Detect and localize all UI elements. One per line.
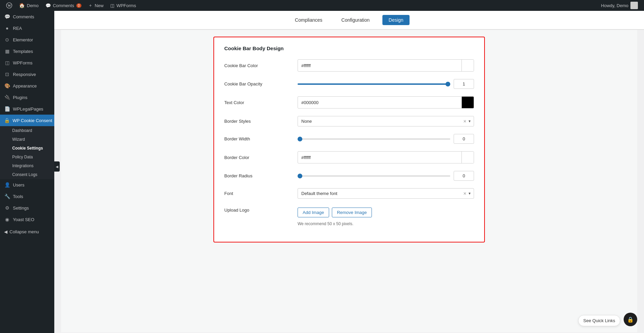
- plus-icon: ＋: [88, 2, 93, 8]
- comments-menu-icon: 💬: [4, 14, 10, 20]
- cookie-bar-opacity-row: Cookie Bar Opacity 1: [224, 79, 474, 89]
- tab-bar: Compliances Configuration Design: [54, 11, 644, 30]
- sidebar-item-rea[interactable]: ● REA: [0, 22, 54, 34]
- collapse-menu-btn[interactable]: ◀ Collapse menu: [0, 225, 54, 238]
- sidebar-label-templates: Templates: [13, 49, 33, 54]
- site-icon: 🏠: [19, 3, 25, 8]
- wplegal-icon: 📄: [4, 106, 10, 112]
- wpforms-adminbar-label: WPForms: [116, 3, 136, 8]
- new-btn[interactable]: ＋ New: [85, 0, 107, 11]
- border-width-row: Border Width 0: [224, 134, 474, 144]
- sidebar-item-settings[interactable]: ⚙ Settings: [0, 202, 54, 214]
- cookie-bar-body-panel: Cookie Bar Body Design Cookie Bar Color …: [213, 37, 485, 242]
- submenu-dashboard[interactable]: Dashboard: [0, 126, 54, 135]
- avatar-icon: [630, 2, 638, 9]
- site-name-btn[interactable]: 🏠 Demo: [16, 0, 42, 11]
- sidebar-toggle-icon: ◀: [56, 165, 58, 169]
- add-image-btn[interactable]: Add Image: [298, 208, 329, 217]
- quick-links-icon-btn[interactable]: 🔒: [624, 313, 637, 326]
- border-styles-row: Border Styles None Solid Dashed Dotted ✕…: [224, 116, 474, 126]
- cookie-bar-opacity-value: 1: [454, 79, 474, 89]
- font-control: Default theme font Arial Helvetica ✕ ▼: [298, 188, 474, 199]
- yoast-icon: ◉: [4, 216, 10, 222]
- responsive-icon: ⊡: [4, 71, 10, 77]
- tab-configuration[interactable]: Configuration: [335, 15, 376, 25]
- cookie-bar-color-input[interactable]: [298, 61, 461, 71]
- comments-btn[interactable]: 💬 Comments 0: [42, 0, 85, 11]
- tools-icon: 🔧: [4, 193, 10, 199]
- sidebar-item-wpcookie[interactable]: 🔒 WP Cookie Consent: [0, 115, 54, 126]
- cookie-bar-color-input-wrapper: [298, 59, 474, 72]
- remove-image-btn[interactable]: Remove Image: [332, 208, 372, 217]
- tab-design[interactable]: Design: [382, 15, 410, 25]
- cookie-bar-color-swatch[interactable]: [461, 60, 474, 71]
- font-clear-icon[interactable]: ✕: [463, 191, 467, 196]
- cookie-bar-color-row: Cookie Bar Color: [224, 59, 474, 72]
- sidebar-item-responsive[interactable]: ⊡ Responsive: [0, 68, 54, 80]
- font-select-wrapper: Default theme font Arial Helvetica ✕ ▼: [298, 188, 474, 199]
- svg-text:W: W: [8, 4, 11, 7]
- sidebar-item-templates[interactable]: ▦ Templates: [0, 45, 54, 57]
- text-color-input[interactable]: [298, 98, 461, 107]
- sidebar-item-appearance[interactable]: 🎨 Appearance: [0, 80, 54, 92]
- border-radius-value: 0: [454, 171, 474, 181]
- sidebar-item-elementor[interactable]: ⊙ Elementor: [0, 34, 54, 45]
- sidebar-label-rea: REA: [13, 26, 22, 31]
- submenu-policy-data[interactable]: Policy Data: [0, 153, 54, 161]
- border-color-swatch[interactable]: [461, 152, 474, 163]
- text-color-swatch[interactable]: [461, 97, 474, 108]
- sidebar-item-plugins[interactable]: 🔌 Plugins: [0, 92, 54, 103]
- border-styles-select[interactable]: None Solid Dashed Dotted: [298, 116, 474, 126]
- sidebar-item-comments[interactable]: 💬 Comments: [0, 11, 54, 22]
- quick-links-btn[interactable]: See Quick Links: [578, 315, 620, 326]
- font-select[interactable]: Default theme font Arial Helvetica: [298, 188, 474, 199]
- tab-compliances[interactable]: Compliances: [289, 15, 328, 25]
- upload-logo-label: Upload Logo: [224, 208, 292, 213]
- sidebar-toggle[interactable]: ◀: [54, 161, 60, 172]
- sidebar-label-elementor: Elementor: [13, 37, 33, 42]
- border-radius-slider[interactable]: [298, 175, 450, 177]
- sidebar-item-wplegal[interactable]: 📄 WPLegalPages: [0, 103, 54, 115]
- submenu-wizard[interactable]: Wizard: [0, 135, 54, 144]
- plugins-icon: 🔌: [4, 94, 10, 100]
- sidebar-label-appearance: Appearance: [13, 83, 37, 89]
- submenu-integrations[interactable]: Integrations: [0, 161, 54, 170]
- sidebar-item-users[interactable]: 👤 Users: [0, 179, 54, 191]
- upload-hint: We recommend 50 x 50 pixels.: [298, 221, 354, 226]
- collapse-arrow-icon: ◀: [4, 229, 7, 234]
- sidebar-item-wpforms[interactable]: ◫ WPForms: [0, 57, 54, 68]
- sidebar-label-wpforms: WPForms: [13, 60, 33, 65]
- comment-count-badge: 0: [76, 3, 82, 8]
- cookie-bar-opacity-slider-wrapper: 1: [298, 79, 474, 89]
- templates-icon: ▦: [4, 48, 10, 54]
- border-radius-slider-wrapper: 0: [298, 171, 474, 181]
- cookie-bar-color-label: Cookie Bar Color: [224, 63, 292, 68]
- tab-bar-wrapper: Compliances Configuration Design: [54, 11, 644, 30]
- sidebar-label-plugins: Plugins: [13, 95, 27, 100]
- sidebar-item-yoast[interactable]: ◉ Yoast SEO: [0, 214, 54, 225]
- sidebar-label-wpcookie: WP Cookie Consent: [13, 118, 52, 123]
- design-panel: Cookie Bar Body Design Cookie Bar Color …: [61, 30, 637, 332]
- border-radius-control: 0: [298, 171, 474, 181]
- cookie-bar-opacity-slider[interactable]: [298, 83, 450, 85]
- comments-icon: 💬: [45, 3, 51, 8]
- wp-logo-btn[interactable]: W: [3, 0, 16, 11]
- users-icon: 👤: [4, 182, 10, 188]
- border-color-input[interactable]: [298, 153, 461, 162]
- sidebar-item-tools[interactable]: 🔧 Tools: [0, 191, 54, 202]
- border-width-slider[interactable]: [298, 138, 450, 140]
- cookie-bar-opacity-label: Cookie Bar Opacity: [224, 81, 292, 86]
- font-row: Font Default theme font Arial Helvetica …: [224, 188, 474, 199]
- border-styles-clear-icon[interactable]: ✕: [463, 119, 467, 124]
- wpforms-adminbar-btn[interactable]: ◫ WPForms: [107, 0, 139, 11]
- sidebar-label-users: Users: [13, 182, 24, 188]
- border-radius-label: Border Radius: [224, 173, 292, 178]
- panel-title: Cookie Bar Body Design: [224, 45, 474, 51]
- cookie-bar-color-control: [298, 59, 474, 72]
- sidebar-label-tools: Tools: [13, 194, 23, 199]
- submenu-consent-logs[interactable]: Consent Logs: [0, 170, 54, 179]
- howdy-btn[interactable]: Howdy, Demo: [598, 0, 641, 11]
- quick-links-lock-icon: 🔒: [627, 316, 634, 323]
- main-content: Compliances Configuration Design Cookie …: [54, 11, 644, 333]
- submenu-cookie-settings[interactable]: Cookie Settings: [0, 144, 54, 153]
